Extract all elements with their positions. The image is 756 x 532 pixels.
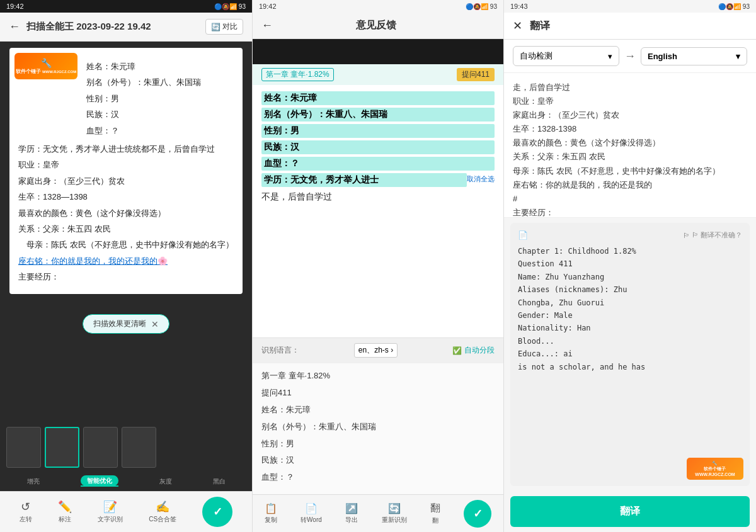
source-line-8: 座右铭：你的就是我的，我的还是我的 [513,178,747,192]
ocr-button[interactable]: 📝 文字识别 [98,500,123,524]
word-label: 转Word [301,516,322,524]
target-lang-label: English [648,52,677,61]
compare-icon: 🔄 [211,23,220,31]
ocr-label: 文字识别 [98,515,123,524]
panel1-title: 扫描全能王 2023-09-22 19.42 [26,21,199,33]
panel3-statusbar: 19:43 🔵🔕📶 93 [504,0,756,13]
panel-ocr: 19:42 🔵🔕📶 93 ← 意见反馈 第一章 童年·1.82% 提问411 姓… [252,0,504,532]
doc-line-5: 血型：？ [86,123,234,138]
flag-icon: 🏳 [683,232,690,239]
source-line-3: 家庭出身：（至少三代）贫农 [513,108,747,122]
reidentify-label: 重新识别 [382,516,407,524]
highlighted-row-3[interactable]: 性别：男 [261,124,495,138]
extracted-row-2: 提问411 [261,387,495,400]
panel3-time: 19:43 [510,3,528,10]
more-row: 不是，后曾自学过 [261,190,495,203]
copy-label: 复制 [265,516,277,524]
thumbnail-3[interactable] [83,427,118,468]
highlighted-row-1[interactable]: 姓名：朱元璋 [261,91,495,105]
annotate-button[interactable]: ✏️ 标注 [58,500,72,524]
doc-line-6: 学历：无文凭，秀才举人进士统统都不是，后曾自学过 [18,142,234,156]
result-doc-icon: 📄 [518,230,528,240]
highlighted-row-6-container: 学历：无文凭，秀才举人进士 取消全选 [261,173,495,190]
source-lang-select[interactable]: 自动检测 ▾ [513,46,619,66]
translate-button[interactable]: 翻译 [510,496,750,527]
confirm-button[interactable]: ✓ [202,497,232,527]
close-banner-button[interactable]: ✕ [151,319,159,329]
watermark-name: 软件个锤子 [695,466,735,472]
panel2-content: 姓名：朱元璋 别名（外号）：朱重八、朱国瑞 性别：男 民族：汉 血型：？ 学历：… [253,85,503,337]
export-button[interactable]: ↗️ 导出 [345,502,358,524]
source-line-2: 职业：皇帝 [513,94,747,108]
translate-icon: 翻 [430,502,440,515]
filter-gray[interactable]: 灰度 [159,477,172,486]
compare-button[interactable]: 🔄 对比 [205,19,243,35]
copy-button[interactable]: 📋 复制 [265,502,277,524]
reidentify-icon: 🔄 [388,502,401,514]
source-lang-label: 自动检测 [520,50,553,62]
auto-split-label: 自动分段 [464,345,495,356]
lang-label: 识别语言： [261,345,299,356]
filter-bw[interactable]: 黑白 [213,477,226,486]
close-button[interactable]: ✕ [513,19,522,33]
panel2-back-button[interactable]: ← [261,19,273,32]
result-header: 📄 🏳 🏳 翻译不准确？ [518,230,742,240]
report-translation-button[interactable]: 🏳 🏳 翻译不准确？ [683,230,742,240]
auto-split-toggle[interactable]: ✅ 自动分段 [452,345,495,356]
p3-status-icons: 🔵🔕📶 93 [718,3,750,10]
filter-enhance[interactable]: 智能优化 [81,477,118,487]
lang-value: en、zh-s › [358,345,393,356]
panel1-content: 🔧 软件个锤子 WWW.RJGCZ.COM 姓名：朱元璋 别名（外号）：朱重八、… [0,42,252,422]
extracted-row-7: 血型：？ [261,471,495,484]
cancel-select-button[interactable]: 取消全选 [467,174,495,184]
highlighted-row-2[interactable]: 别名（外号）：朱重八、朱国瑞 [261,108,495,122]
panel-translate: 19:43 🔵🔕📶 93 ✕ 翻译 自动检测 ▾ → English ▾ 走，后… [504,0,756,532]
doc-line-2: 别名（外号）：朱重八、朱国瑞 [86,75,234,89]
translated-text: Chapter 1: Childhood 1.82% Question 411 … [518,245,742,373]
source-line-5: 最喜欢的颜色：黄色（这个好像没得选） [513,136,747,150]
panel2-status-icons: 🔵🔕📶 93 [466,3,497,10]
panel-scan: 19:42 🔵🔕📶 93 ← 扫描全能王 2023-09-22 19.42 🔄 … [0,0,252,532]
document-view: 🔧 软件个锤子 WWW.RJGCZ.COM 姓名：朱元璋 别名（外号）：朱重八、… [9,48,243,294]
confirm-icon: ✓ [213,505,222,519]
rotate-button[interactable]: ↺ 左转 [20,500,32,524]
auto-split-icon: ✅ [452,346,462,355]
doc-line-11: 关系：父亲：朱五四 农民 [18,222,234,236]
p2-status-icons: 🔵🔕📶 93 [466,3,497,10]
thumbnail-1[interactable] [6,427,41,468]
word-button[interactable]: 📄 转Word [301,502,322,524]
highlighted-row-6[interactable]: 学历：无文凭，秀才举人进士 [261,173,467,187]
highlighted-row-4[interactable]: 民族：汉 [261,140,495,154]
translate-footer-label: 翻 [432,516,438,525]
extracted-row-3: 姓名：朱元璋 [261,404,495,417]
filter-bar: 增亮 智能优化 灰度 黑白 [0,472,252,491]
lang-select-button[interactable]: en、zh-s › [354,343,398,358]
annotate-label: 标注 [59,515,71,524]
panel2-header: ← 意见反馈 [253,13,503,39]
source-line-10: 主要经历： [513,206,747,218]
source-line-1: 走，后曾自学过 [513,81,747,94]
doc-line-3: 性别：男 [86,91,234,106]
thumbnails-strip [0,422,252,472]
back-button[interactable]: ← [9,20,20,33]
panel2-confirm-icon: ✓ [473,507,483,521]
annotate-icon: ✏️ [58,500,72,514]
target-lang-chevron: ▾ [736,52,740,61]
source-line-7: 母亲：陈氏 农民（不好意思，史书中好像没有她的名字） [513,164,747,178]
compare-label: 对比 [222,21,238,32]
cs-button[interactable]: ✍️ CS合合签 [149,500,176,524]
watermark-icon: 🔧 [712,461,718,465]
thumbnail-4[interactable] [122,427,156,468]
target-lang-select[interactable]: English ▾ [641,47,747,65]
source-text-area[interactable]: 走，后曾自学过 职业：皇帝 家庭出身：（至少三代）贫农 生卒：1328-1398… [504,73,756,218]
translate-footer-button[interactable]: 翻 翻 [430,502,440,525]
export-icon: ↗️ [345,502,358,514]
reidentify-button[interactable]: 🔄 重新识别 [382,502,407,524]
thumbnail-2[interactable] [45,427,79,468]
panel2-confirm-button[interactable]: ✓ [464,500,491,528]
filter-brighten[interactable]: 增亮 [27,477,40,486]
panel1-time: 19:42 [6,3,24,10]
highlighted-row-5[interactable]: 血型：？ [261,157,495,171]
source-line-9: # [513,192,747,206]
panel2-time: 19:42 [259,3,277,10]
